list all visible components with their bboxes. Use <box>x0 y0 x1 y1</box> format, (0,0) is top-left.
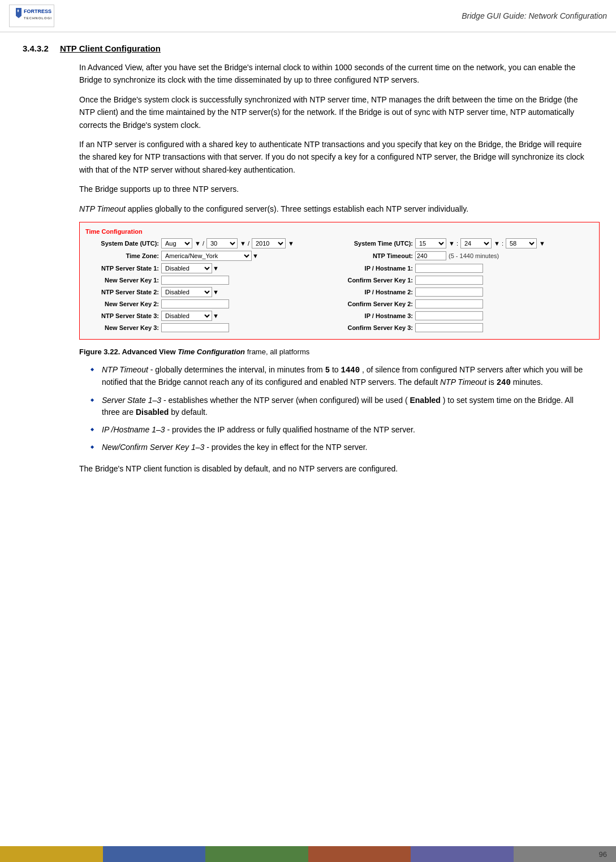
bullet-1: NTP Timeout - globally determines the in… <box>91 364 593 389</box>
bullet-list: NTP Timeout - globally determines the in… <box>91 364 593 453</box>
ip-hostname3-label: IP / Hostname 3: <box>339 312 413 319</box>
date-selects[interactable]: Aug ▼ / 30 ▼ / 2010 ▼ <box>161 238 295 248</box>
ip-hostname3-input[interactable] <box>415 311 483 320</box>
figure-caption: Figure 3.22. Advanced View Time Configur… <box>79 348 593 356</box>
time-config-frame: Time Configuration System Date (UTC): Au… <box>79 222 600 340</box>
svg-text:TECHNOLOGIES: TECHNOLOGIES <box>24 16 52 20</box>
time-selects[interactable]: 15 ▼ : 24 ▼ : 58 ▼ <box>415 238 546 248</box>
bullet3-term: IP /Hostname 1–3 <box>102 425 165 434</box>
bullet1-term2: NTP Timeout <box>440 378 486 387</box>
bullet2-term: Server State 1–3 <box>102 396 161 405</box>
footer-seg-2 <box>103 846 206 862</box>
bullet2-bold2: Disabled <box>136 408 169 417</box>
figure-italic-part: Time Configuration <box>178 348 245 356</box>
ntp-timeout-input[interactable] <box>415 251 446 260</box>
ip-hostname2-input[interactable] <box>415 288 483 297</box>
figure-label: Figure 3.22. Advanced View <box>79 348 176 356</box>
confirm-key3-input[interactable] <box>415 323 483 332</box>
main-content: 3.4.3.2 NTP Client Configuration In Adva… <box>0 32 616 516</box>
para-5: NTP Timeout applies globally to the conf… <box>79 203 593 215</box>
ip-hostname2-label: IP / Hostname 2: <box>339 289 413 295</box>
server1-state-label: NTP Server State 1: <box>85 265 159 272</box>
bullet4-text: - provides the key in effect for the NTP… <box>206 443 367 452</box>
bullet1-text4: is <box>489 378 497 387</box>
footer-seg-3 <box>205 846 308 862</box>
bullet1-code2: 1440 <box>341 366 360 375</box>
time-sec-select[interactable]: 58 <box>506 238 537 248</box>
bullet-4: New/Confirm Server Key 1–3 - provides th… <box>91 441 593 453</box>
footer-bar <box>0 846 616 862</box>
para-4: The Bridge supports up to three NTP serv… <box>79 183 593 195</box>
section-title: NTP Client Configuration <box>60 44 161 53</box>
figure-rest: frame, all platforms <box>247 348 310 356</box>
section-heading: 3.4.3.2 NTP Client Configuration <box>23 44 593 53</box>
bullet1-code1: 5 <box>325 366 330 375</box>
ntp-timeout-term: NTP Timeout <box>79 204 126 213</box>
closing-text-wrapper: The Bridge's NTP client function is disa… <box>79 462 593 475</box>
footer-seg-1 <box>0 846 103 862</box>
page-header: FORTRESS TECHNOLOGIES Bridge GUI Guide: … <box>0 0 616 32</box>
body-text: In Advanced View, after you have set the… <box>79 61 593 215</box>
bullet2-text3: by default. <box>171 408 208 417</box>
para-3: If an NTP server is configured with a sh… <box>79 138 593 176</box>
server3-state-label: NTP Server State 3: <box>85 312 159 319</box>
bullet2-bold1: Enabled <box>410 396 440 405</box>
date-day-select[interactable]: 30 <box>206 238 238 248</box>
ip-hostname1-label: IP / Hostname 1: <box>339 265 413 272</box>
confirm-key2-label: Confirm Server Key 2: <box>339 301 413 307</box>
bullet-3: IP /Hostname 1–3 - provides the IP addre… <box>91 424 593 436</box>
ip-hostname1-input[interactable] <box>415 264 483 273</box>
new-key1-label: New Server Key 1: <box>85 277 159 284</box>
confirm-key3-label: Confirm Server Key 3: <box>339 324 413 331</box>
system-time-label: System Time (UTC): <box>339 240 413 247</box>
new-key2-label: New Server Key 2: <box>85 301 159 307</box>
new-key3-input[interactable] <box>161 323 229 332</box>
page-header-title: Bridge GUI Guide: Network Configuration <box>462 11 607 20</box>
bullet1-code3: 240 <box>497 378 511 387</box>
section-number: 3.4.3.2 <box>23 44 49 53</box>
page-number: 96 <box>599 850 607 859</box>
confirm-key1-input[interactable] <box>415 276 483 285</box>
bullet3-text: - provides the IP address or fully quali… <box>167 425 415 434</box>
closing-text: The Bridge's NTP client function is disa… <box>79 462 593 475</box>
bullet-2: Server State 1–3 - establishes whether t… <box>91 394 593 418</box>
para-5-rest: applies globally to the configured serve… <box>126 204 468 213</box>
date-year-select[interactable]: 2010 <box>252 238 286 248</box>
time-min-select[interactable]: 24 <box>460 238 492 248</box>
ntp-timeout-label: NTP Timeout: <box>339 252 413 259</box>
svg-text:FORTRESS: FORTRESS <box>24 8 51 14</box>
new-key3-label: New Server Key 3: <box>85 324 159 331</box>
server3-state-select[interactable]: Disabled Enabled <box>161 311 212 321</box>
para-2: Once the Bridge's system clock is succes… <box>79 93 593 131</box>
server2-state-select[interactable]: Disabled Enabled <box>161 287 212 297</box>
confirm-key1-label: Confirm Server Key 1: <box>339 277 413 284</box>
bullet1-text5: minutes. <box>513 378 543 387</box>
company-logo: FORTRESS TECHNOLOGIES <box>9 5 54 27</box>
new-key2-input[interactable] <box>161 299 229 308</box>
time-config-wrapper: Time Configuration System Date (UTC): Au… <box>79 222 593 340</box>
para-1: In Advanced View, after you have set the… <box>79 61 593 87</box>
footer-seg-4 <box>308 846 411 862</box>
date-month-select[interactable]: Aug <box>161 238 192 248</box>
time-hour-select[interactable]: 15 <box>415 238 446 248</box>
bullet4-term: New/Confirm Server Key 1–3 <box>102 443 204 452</box>
timezone-label: Time Zone: <box>85 252 159 259</box>
confirm-key2-input[interactable] <box>415 299 483 308</box>
ntp-timeout-note: (5 - 1440 minutes) <box>449 252 499 259</box>
new-key1-input[interactable] <box>161 276 229 285</box>
logo-area: FORTRESS TECHNOLOGIES <box>9 5 54 27</box>
bullet1-text1: - globally determines the interval, in m… <box>150 365 325 374</box>
system-date-label: System Date (UTC): <box>85 240 159 247</box>
bullet1-text2: to <box>332 365 341 374</box>
frame-title: Time Configuration <box>85 228 593 235</box>
bullet2-text1: - establishes whether the NTP server (wh… <box>163 396 408 405</box>
footer-seg-5 <box>411 846 514 862</box>
timezone-select[interactable]: America/New_York <box>161 251 252 261</box>
server2-state-label: NTP Server State 2: <box>85 289 159 295</box>
bullet1-term: NTP Timeout <box>102 365 148 374</box>
server1-state-select[interactable]: Disabled Enabled <box>161 263 212 273</box>
